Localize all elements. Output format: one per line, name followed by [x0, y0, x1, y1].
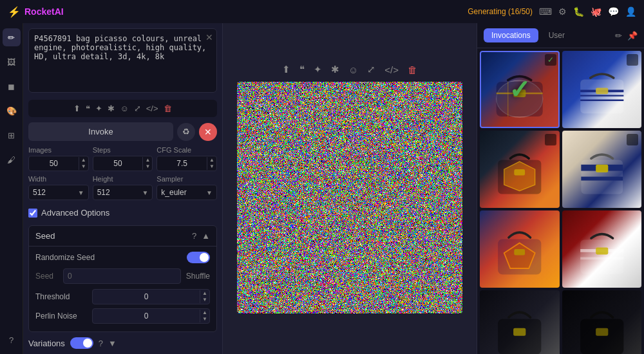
asterisk-icon[interactable]: ✱ — [108, 104, 115, 113]
generating-status: Generating (16/50) — [468, 7, 533, 16]
tab-invocations[interactable]: Invocations — [484, 28, 538, 42]
seed-help-icon[interactable]: ? — [192, 231, 196, 241]
gallery-select-checkbox[interactable] — [545, 134, 556, 145]
sidebar-btn-brush[interactable]: 🖌 — [3, 151, 21, 169]
variations-collapse-icon[interactable]: ▼ — [108, 339, 117, 348]
gallery-item[interactable] — [480, 290, 560, 354]
sidebar-btn-grid[interactable]: ⊞ — [3, 126, 21, 144]
variations-toggle[interactable] — [70, 337, 93, 349]
invoke-area: Invoke ♻ ✕ — [28, 122, 217, 141]
steps-up[interactable]: ▲ — [143, 157, 152, 163]
randomize-seed-row: Randomize Seed — [35, 252, 210, 263]
sidebar-btn-help[interactable]: ? — [3, 331, 21, 349]
logo-text: RocketAI — [24, 6, 64, 17]
tab-user[interactable]: User — [541, 28, 573, 42]
height-label: Height — [93, 175, 153, 183]
shuffle-label[interactable]: Shuffle — [186, 272, 210, 281]
sidebar-btn-palette[interactable]: 🎨 — [3, 102, 21, 120]
perlin-down[interactable]: ▼ — [200, 316, 209, 322]
recycle-button[interactable]: ♻ — [177, 123, 195, 141]
svg-rect-9 — [596, 88, 608, 95]
gallery-item[interactable] — [480, 131, 560, 208]
emoji-icon[interactable]: ☺ — [120, 104, 128, 113]
gallery-edit-icon[interactable]: ✏ — [615, 31, 622, 41]
seed-collapse-icon[interactable]: ▲ — [202, 231, 210, 241]
cfg-input[interactable] — [157, 156, 207, 171]
prompt-input[interactable] — [28, 28, 217, 93]
bug-icon[interactable]: 🐛 — [573, 6, 584, 17]
images-label: Images — [28, 146, 89, 154]
threshold-down[interactable]: ▼ — [200, 297, 209, 303]
advanced-options-checkbox[interactable] — [28, 209, 37, 218]
width-param: Width 512 ▼ — [28, 175, 89, 200]
sampler-select[interactable]: k_euler ▼ — [156, 185, 217, 200]
perlin-input[interactable] — [93, 309, 200, 323]
params-row2: Width 512 ▼ Height 512 ▼ Sampler k_euler… — [23, 175, 222, 205]
advanced-options-header[interactable]: Advanced Options — [28, 205, 217, 220]
keyboard-icon[interactable]: ⌨ — [539, 6, 552, 17]
center-canvas-area: ⬆ ❝ ✦ ✱ ☺ ⤢ </> 🗑 — [223, 23, 477, 354]
gallery-select-checkbox[interactable] — [627, 54, 638, 66]
gallery-item[interactable] — [562, 210, 642, 288]
canvas-emoji-icon[interactable]: ☺ — [348, 64, 358, 75]
quote-icon[interactable]: ❝ — [86, 104, 90, 113]
steps-down[interactable]: ▼ — [143, 163, 152, 170]
advanced-options-label: Advanced Options — [41, 208, 109, 218]
sidebar-btn-pencil[interactable]: ✏ — [3, 28, 21, 46]
canvas-code-icon[interactable]: </> — [384, 64, 399, 75]
share-icon[interactable]: ⬆ — [73, 104, 80, 113]
github-icon[interactable]: 🐙 — [591, 6, 601, 17]
svg-rect-27 — [596, 328, 608, 336]
canvas-expand-icon[interactable]: ⤢ — [367, 64, 375, 75]
wand-icon[interactable]: ✦ — [95, 104, 102, 113]
randomize-seed-toggle[interactable] — [187, 252, 210, 263]
left-panel: ✕ ⬆ ❝ ✦ ✱ ☺ ⤢ </> 🗑 Invoke ♻ ✕ Images — [23, 23, 223, 354]
steps-param: Steps ▲ ▼ — [93, 146, 153, 171]
sampler-label: Sampler — [156, 175, 217, 183]
canvas-share-icon[interactable]: ⬆ — [282, 64, 290, 75]
canvas-wand-icon[interactable]: ✦ — [314, 64, 322, 75]
images-input[interactable] — [29, 156, 79, 171]
height-select[interactable]: 512 ▼ — [93, 185, 153, 200]
gallery-item[interactable]: ✓✓ — [480, 51, 560, 128]
prompt-close-icon[interactable]: ✕ — [205, 32, 213, 42]
user-icon[interactable]: 👤 — [625, 6, 636, 17]
variations-label: Variations — [28, 339, 65, 348]
images-down[interactable]: ▼ — [79, 163, 88, 170]
seed-input[interactable] — [64, 269, 180, 283]
invoke-button[interactable]: Invoke — [28, 122, 173, 141]
canvas-image-area — [237, 82, 462, 313]
gallery-tabs-header: Invocations User ✏ 📌 — [477, 23, 644, 48]
gallery-pin-icon[interactable]: 📌 — [627, 31, 638, 41]
images-up[interactable]: ▲ — [79, 157, 88, 163]
variations-help-icon[interactable]: ? — [99, 339, 103, 348]
svg-rect-25 — [513, 328, 526, 336]
width-select[interactable]: 512 ▼ — [28, 185, 89, 200]
sampler-param: Sampler k_euler ▼ — [156, 175, 217, 200]
threshold-input[interactable] — [93, 290, 200, 304]
cfg-up[interactable]: ▲ — [207, 157, 216, 163]
cancel-button[interactable]: ✕ — [199, 123, 217, 141]
expand-icon[interactable]: ⤢ — [134, 104, 141, 113]
gallery-item[interactable] — [562, 51, 642, 128]
canvas-quote-icon[interactable]: ❝ — [299, 64, 305, 75]
gallery-item[interactable] — [480, 210, 560, 288]
discord-icon[interactable]: 💬 — [608, 6, 619, 17]
delete-icon[interactable]: 🗑 — [164, 104, 172, 113]
gallery-item[interactable] — [562, 290, 642, 354]
sidebar-btn-image[interactable]: 🖼 — [3, 53, 21, 71]
threshold-up[interactable]: ▲ — [200, 290, 209, 297]
perlin-up[interactable]: ▲ — [200, 310, 209, 316]
sidebar-btn-layer[interactable]: ◼ — [3, 77, 21, 95]
canvas-delete-icon[interactable]: 🗑 — [408, 64, 417, 75]
code-icon[interactable]: </> — [146, 104, 158, 113]
gallery-select-checkbox[interactable] — [627, 134, 638, 145]
canvas-asterisk-icon[interactable]: ✱ — [331, 64, 339, 75]
gallery-select-checkbox[interactable]: ✓ — [545, 54, 556, 66]
seed-body: Randomize Seed Seed Shuffle Threshold — [29, 247, 216, 332]
gallery-item[interactable] — [562, 131, 642, 208]
settings-icon[interactable]: ⚙ — [558, 6, 567, 17]
steps-input[interactable] — [93, 156, 143, 171]
cfg-down[interactable]: ▼ — [207, 163, 216, 170]
seed-header: Seed ? ▲ — [29, 226, 216, 247]
